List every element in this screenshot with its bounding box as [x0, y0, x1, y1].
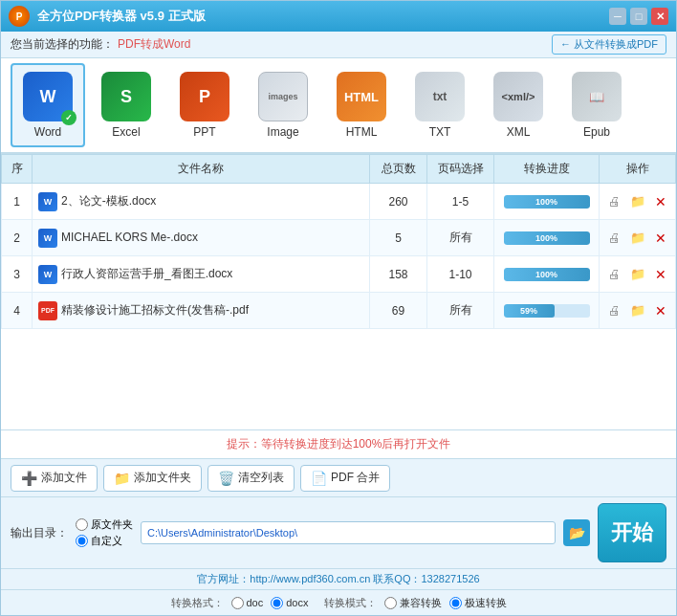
- format-icon-epub[interactable]: 📖 Epub: [559, 63, 634, 147]
- format-group: 转换格式： doc docx: [171, 596, 309, 610]
- delete-row-icon[interactable]: ✕: [652, 266, 669, 283]
- format-doc-option[interactable]: doc: [231, 597, 264, 609]
- open-file-icon[interactable]: 🖨: [606, 302, 623, 319]
- format-icon-xml[interactable]: <xml/> XML: [481, 63, 556, 147]
- output-left: 输出目录： 原文件夹 自定义 📂: [11, 517, 590, 548]
- cell-actions: 🖨 📁 ✕: [600, 184, 676, 220]
- format-icon-excel[interactable]: S Excel: [89, 63, 164, 147]
- col-pagerange: 页码选择: [427, 155, 494, 184]
- action-icons: 🖨 📁 ✕: [605, 302, 669, 319]
- open-file-icon[interactable]: 🖨: [606, 266, 623, 283]
- cell-actions: 🖨 📁 ✕: [600, 256, 676, 293]
- col-progress: 转换进度: [494, 155, 600, 184]
- radio-original-label: 原文件夹: [91, 517, 133, 532]
- output-row1: 输出目录： 原文件夹 自定义 📂: [11, 517, 590, 548]
- mode-fast-option[interactable]: 极速转换: [449, 596, 507, 610]
- radio-original-input[interactable]: [76, 518, 88, 531]
- cell-pagerange: 所有: [427, 220, 494, 256]
- open-file-icon[interactable]: 🖨: [606, 193, 623, 210]
- mode-fast-label: 极速转换: [465, 596, 507, 610]
- format-docx-option[interactable]: docx: [271, 597, 308, 609]
- filename-text: MICHAEL KORS Me-.docx: [61, 231, 198, 244]
- xml-icon-box: <xml/>: [493, 72, 543, 121]
- open-folder-icon[interactable]: 📁: [629, 193, 646, 210]
- open-folder-icon[interactable]: 📁: [629, 266, 646, 283]
- start-button[interactable]: 开始: [598, 503, 666, 562]
- format-docx-label: docx: [286, 597, 308, 608]
- close-button[interactable]: ✕: [651, 8, 668, 25]
- cell-pages: 5: [370, 220, 427, 256]
- html-label: HTML: [346, 125, 378, 139]
- radio-custom-input[interactable]: [76, 535, 88, 547]
- format-docx-radio[interactable]: [271, 597, 283, 609]
- cell-filename: PDF精装修设计施工招标文件(发售稿-.pdf: [33, 293, 370, 329]
- table-row: 1W2、论文-模板.docx2601-5100% 🖨 📁 ✕: [2, 184, 676, 220]
- delete-row-icon[interactable]: ✕: [652, 302, 669, 319]
- merge-pdf-button[interactable]: 📄 PDF 合并: [300, 465, 390, 492]
- mode-fast-radio[interactable]: [449, 597, 462, 609]
- clear-list-button[interactable]: 🗑️ 清空列表: [207, 465, 295, 492]
- output-start-row: 输出目录： 原文件夹 自定义 📂 开始: [1, 497, 676, 569]
- add-file-icon: ➕: [21, 471, 37, 486]
- pdf-file-icon: PDF: [38, 301, 57, 320]
- add-folder-icon: 📁: [114, 471, 130, 486]
- function-label: 您当前选择的功能：: [11, 36, 114, 53]
- open-folder-icon[interactable]: 📁: [629, 302, 646, 319]
- progress-text: 100%: [535, 270, 557, 279]
- epub-icon: 📖: [589, 90, 604, 104]
- output-path-input[interactable]: [141, 521, 556, 544]
- delete-row-icon[interactable]: ✕: [652, 230, 669, 247]
- maximize-button[interactable]: □: [630, 8, 647, 25]
- cell-progress: 100%: [494, 220, 600, 256]
- format-doc-label: doc: [247, 597, 264, 608]
- title-bar: P 全方位PDF转换器 v5.9 正式版 ─ □ ✕: [1, 1, 676, 32]
- open-folder-icon[interactable]: 📁: [629, 230, 646, 247]
- format-doc-radio[interactable]: [231, 597, 244, 609]
- cell-progress: 100%: [494, 184, 600, 220]
- output-label: 输出目录：: [11, 525, 68, 541]
- word-checkmark: ✓: [61, 110, 76, 125]
- delete-row-icon[interactable]: ✕: [652, 193, 669, 210]
- mode-group: 转换模式： 兼容转换 极速转换: [324, 596, 507, 610]
- cell-pages: 260: [370, 184, 427, 220]
- table-row: 4PDF精装修设计施工招标文件(发售稿-.pdf69所有59% 🖨 📁 ✕: [2, 293, 676, 329]
- add-folder-button[interactable]: 📁 添加文件夹: [103, 465, 202, 492]
- add-file-button[interactable]: ➕ 添加文件: [11, 465, 98, 492]
- txt-icon-box: txt: [415, 72, 465, 121]
- reverse-convert-button[interactable]: ← 从文件转换成PDF: [552, 34, 666, 55]
- format-icon-txt[interactable]: txt TXT: [403, 63, 477, 147]
- radio-custom[interactable]: 自定义: [76, 534, 133, 548]
- cell-filename: W行政人资部运营手册_看图王.docx: [33, 256, 370, 293]
- mode-label: 转换模式：: [324, 596, 377, 610]
- excel-icon-box: S: [101, 72, 151, 121]
- format-icon-word[interactable]: W ✓ Word: [11, 63, 85, 147]
- cell-progress: 59%: [494, 293, 600, 329]
- browse-button[interactable]: 📂: [563, 519, 590, 546]
- word-file-icon: W: [38, 265, 57, 284]
- format-icon-html[interactable]: HTML HTML: [324, 63, 399, 147]
- col-filename: 文件名称: [33, 155, 370, 184]
- epub-icon-box: 📖: [572, 72, 622, 121]
- format-icon-ppt[interactable]: P PPT: [167, 63, 242, 147]
- progress-text: 100%: [535, 197, 557, 207]
- cell-seq: 1: [2, 184, 33, 220]
- cell-pages: 69: [370, 293, 427, 329]
- txt-label: TXT: [429, 125, 451, 139]
- image-text: images: [268, 92, 297, 102]
- word-label: Word: [34, 125, 61, 139]
- minimize-button[interactable]: ─: [609, 8, 626, 25]
- mode-compat-option[interactable]: 兼容转换: [384, 596, 442, 610]
- cell-actions: 🖨 📁 ✕: [600, 293, 676, 329]
- browse-icon: 📂: [569, 525, 585, 540]
- progress-text: 59%: [520, 306, 537, 316]
- action-icons: 🖨 📁 ✕: [605, 266, 669, 283]
- open-file-icon[interactable]: 🖨: [606, 230, 623, 247]
- html-text: HTML: [344, 90, 379, 104]
- merge-pdf-icon: 📄: [311, 471, 327, 486]
- mode-compat-radio[interactable]: [384, 597, 397, 609]
- action-icons: 🖨 📁 ✕: [605, 230, 669, 247]
- format-icon-image[interactable]: images Image: [246, 63, 320, 147]
- word-file-icon: W: [38, 192, 57, 211]
- radio-original-folder[interactable]: 原文件夹: [76, 517, 133, 532]
- ppt-letter: P: [199, 87, 210, 107]
